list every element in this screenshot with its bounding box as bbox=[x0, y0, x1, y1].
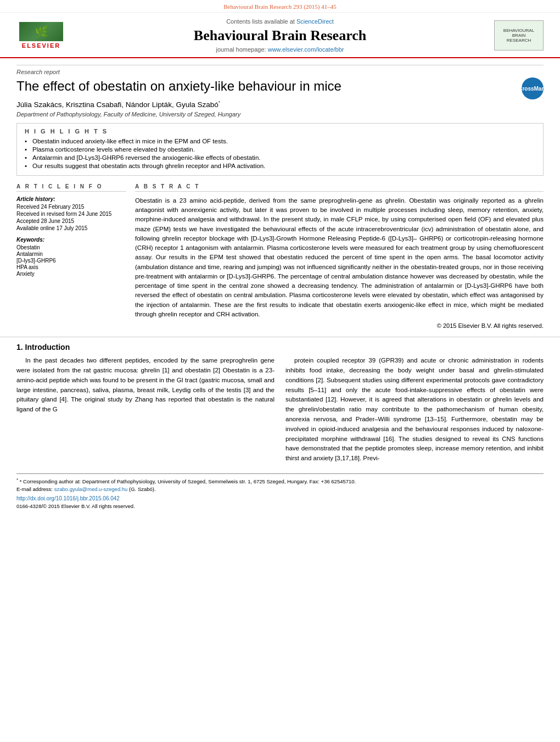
date-accepted: Accepted 28 June 2015 bbox=[16, 218, 126, 224]
section-divider bbox=[0, 337, 560, 337]
journal-center: Contents lists available at ScienceDirec… bbox=[66, 18, 494, 53]
highlights-title: H I G H L I G H T S bbox=[25, 128, 535, 135]
journal-title: Behavioural Brain Research bbox=[77, 27, 483, 44]
elsevier-logo: ELSEVIER bbox=[16, 20, 66, 51]
issn-line: 0166-4328/© 2015 Elsevier B.V. All right… bbox=[16, 503, 544, 509]
issn-text: 0166-4328/© 2015 Elsevier B.V. All right… bbox=[16, 503, 135, 509]
info-abstract-cols: A R T I C L E I N F O Article history: R… bbox=[16, 183, 544, 329]
email-line: E-mail address: szabo.gyula@med.u-szeged… bbox=[16, 486, 544, 492]
abstract-header: A B S T R A C T bbox=[135, 183, 544, 192]
keywords-section: Keywords: Obestatin Antalarmin [D-lys3]-… bbox=[16, 237, 126, 277]
highlight-item-3: Antalarmin and [D-Lys3]-GHRP6 reversed t… bbox=[25, 154, 535, 161]
sciencedirect-link[interactable]: ScienceDirect bbox=[296, 18, 334, 25]
intro-left-col: In the past decades two different peptid… bbox=[16, 356, 275, 467]
intro-right-text: protein coupled receptor 39 (GPR39) and … bbox=[285, 356, 544, 464]
author-names: Júlia Szakács, Krisztina Csabafi, Nándor… bbox=[16, 101, 219, 109]
section-title: 1. Introduction bbox=[16, 343, 544, 352]
crossmark-badge: CrossMark bbox=[522, 77, 544, 99]
date-received: Received 24 February 2015 bbox=[16, 204, 126, 210]
footer-notes: * * Corresponding author at: Department … bbox=[16, 473, 544, 509]
highlights-list: Obestatin induced anxiety-like effect in… bbox=[25, 138, 535, 169]
keyword-2: Antalarmin bbox=[16, 251, 126, 257]
history-label: Article history: bbox=[16, 196, 126, 202]
keyword-1: Obestatin bbox=[16, 244, 126, 250]
elsevier-logo-image bbox=[19, 22, 63, 41]
citation-text: Behavioural Brain Research 293 (2015) 41… bbox=[223, 3, 337, 10]
intro-body-cols: In the past decades two different peptid… bbox=[16, 356, 544, 467]
article-body: 1. Introduction In the past decades two … bbox=[0, 343, 560, 520]
authors: Júlia Szakács, Krisztina Csabafi, Nándor… bbox=[16, 100, 544, 109]
keyword-4: HPA axis bbox=[16, 264, 126, 270]
keyword-5: Anxiety bbox=[16, 271, 126, 277]
highlight-item-1: Obestatin induced anxiety-like effect in… bbox=[25, 138, 535, 144]
section-label: Research report bbox=[16, 65, 544, 75]
doi-line: http://dx.doi.org/10.1016/j.bbr.2015.06.… bbox=[16, 495, 544, 501]
homepage-text: journal homepage: bbox=[216, 46, 266, 53]
article-title: The effect of obestatin on anxiety-like … bbox=[16, 77, 522, 94]
abstract-copyright: © 2015 Elsevier B.V. All rights reserved… bbox=[135, 322, 544, 329]
email-label: E-mail address: bbox=[16, 486, 53, 492]
article-info-header: A R T I C L E I N F O bbox=[16, 183, 126, 192]
elsevier-logo-text: ELSEVIER bbox=[22, 42, 60, 49]
keyword-3: [D-lys3]-GHRP6 bbox=[16, 258, 126, 264]
corresponding-author-note: * * Corresponding author at: Department … bbox=[16, 477, 544, 484]
intro-right-col: protein coupled receptor 39 (GPR39) and … bbox=[285, 356, 544, 467]
abstract-col: A B S T R A C T Obestatin is a 23 amino … bbox=[135, 183, 544, 329]
info-dates: Received 24 February 2015 Received in re… bbox=[16, 204, 126, 231]
abstract-text: Obestatin is a 23 amino acid-peptide, de… bbox=[135, 196, 544, 319]
corresponding-author-text: * Corresponding author at: Department of… bbox=[20, 478, 356, 484]
corresponding-asterisk: * bbox=[219, 100, 220, 105]
article-info-col: A R T I C L E I N F O Article history: R… bbox=[16, 183, 126, 329]
journal-logo-right: BEHAVIOURALBRAINRESEARCH bbox=[494, 20, 544, 51]
keywords-list: Obestatin Antalarmin [D-lys3]-GHRP6 HPA … bbox=[16, 244, 126, 277]
contents-line: Contents lists available at ScienceDirec… bbox=[77, 18, 483, 25]
doi-link[interactable]: http://dx.doi.org/10.1016/j.bbr.2015.06.… bbox=[16, 495, 120, 501]
keywords-label: Keywords: bbox=[16, 237, 126, 243]
citation-bar: Behavioural Brain Research 293 (2015) 41… bbox=[0, 0, 560, 13]
section-number: 1. bbox=[16, 343, 23, 352]
affiliation: Department of Pathophysiology, Faculty o… bbox=[16, 111, 544, 118]
homepage-line: journal homepage: www.elsevier.com/locat… bbox=[77, 46, 483, 53]
highlight-item-2: Plasma corticosterone levels where eleva… bbox=[25, 146, 535, 153]
section-name: Introduction bbox=[25, 343, 70, 352]
email-link[interactable]: szabo.gyula@med.u-szeged.hu bbox=[54, 486, 128, 492]
homepage-link[interactable]: www.elsevier.com/locate/bbr bbox=[268, 46, 344, 53]
article-history: Article history: Received 24 February 20… bbox=[16, 196, 126, 231]
email-note: (G. Szabó). bbox=[129, 486, 156, 492]
highlights-section: H I G H L I G H T S Obestatin induced an… bbox=[16, 123, 544, 176]
date-online: Available online 17 July 2015 bbox=[16, 225, 126, 231]
journal-header: ELSEVIER Contents lists available at Sci… bbox=[0, 13, 560, 58]
introduction-section: 1. Introduction In the past decades two … bbox=[16, 343, 544, 467]
article-content: Research report The effect of obestatin … bbox=[0, 58, 560, 329]
date-revised: Received in revised form 24 June 2015 bbox=[16, 211, 126, 217]
highlight-item-4: Our results suggest that obestatin acts … bbox=[25, 163, 535, 169]
contents-text: Contents lists available at bbox=[226, 18, 295, 25]
intro-left-text: In the past decades two different peptid… bbox=[16, 356, 275, 415]
